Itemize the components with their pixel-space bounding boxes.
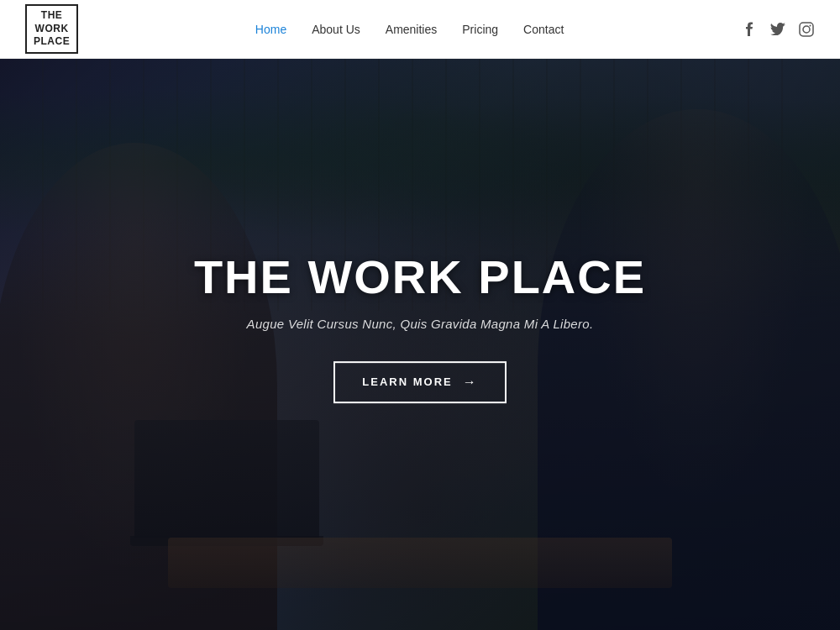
svg-rect-0 — [800, 23, 813, 36]
nav-pricing[interactable]: Pricing — [462, 23, 498, 36]
logo[interactable]: THE WORK PLACE — [25, 4, 78, 54]
svg-point-1 — [803, 26, 810, 33]
hero-subtitle: Augue Velit Cursus Nunc, Quis Gravida Ma… — [168, 317, 672, 331]
main-nav: Home About Us Amenities Pricing Contact — [255, 23, 564, 36]
nav-about[interactable]: About Us — [312, 23, 360, 36]
cta-label: LEARN MORE — [362, 375, 452, 388]
nav-contact[interactable]: Contact — [523, 23, 564, 36]
site-header: THE WORK PLACE Home About Us Amenities P… — [0, 0, 840, 59]
logo-text: THE WORK PLACE — [25, 4, 78, 54]
instagram-link[interactable] — [798, 21, 815, 38]
hero-content: THE WORK PLACE Augue Velit Cursus Nunc, … — [168, 251, 672, 403]
hero-section: THE WORK PLACE Home About Us Amenities P… — [0, 0, 840, 630]
svg-point-2 — [809, 24, 811, 26]
hero-title: THE WORK PLACE — [168, 251, 672, 303]
social-links — [741, 21, 815, 38]
facebook-link[interactable] — [741, 21, 758, 38]
nav-home[interactable]: Home — [255, 23, 286, 36]
arrow-icon: → — [463, 375, 478, 390]
twitter-link[interactable] — [769, 21, 786, 38]
nav-amenities[interactable]: Amenities — [386, 23, 437, 36]
learn-more-button[interactable]: LEARN MORE → — [333, 361, 506, 403]
